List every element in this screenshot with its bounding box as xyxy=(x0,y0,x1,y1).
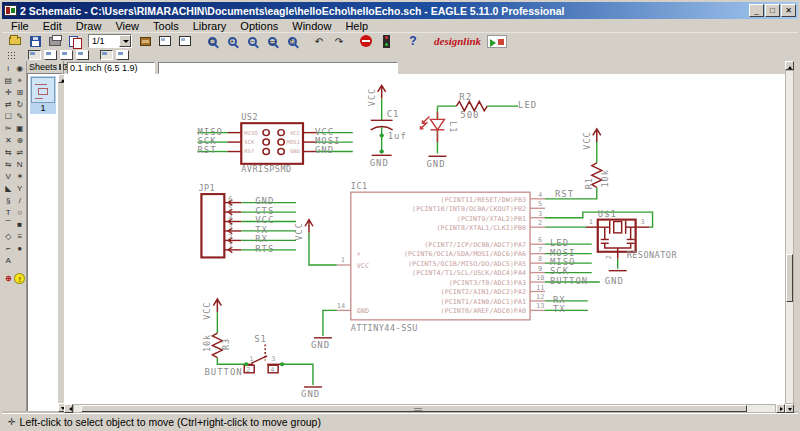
menu-view[interactable]: View xyxy=(108,19,146,33)
horizontal-scrollbar[interactable] xyxy=(64,404,785,413)
gnd-symbol-s1[interactable]: GND xyxy=(282,364,322,399)
print-button[interactable] xyxy=(46,34,64,49)
tool-show-button[interactable]: ◉ xyxy=(15,63,26,74)
library-button[interactable] xyxy=(136,34,154,49)
schematic-canvas[interactable]: US2 AVRISPSMD MISO SCK RST VCC MOSI GND xyxy=(64,74,785,404)
gnd-symbol-ic1[interactable]: GND xyxy=(311,310,337,350)
component-resonator[interactable]: 1 3 2 U$1 RESONATOR xyxy=(586,209,677,260)
layer-view-button-1[interactable] xyxy=(28,50,41,60)
tool-polygon-button[interactable]: ◇ xyxy=(3,231,14,242)
tool-copy-button[interactable]: ⊞ xyxy=(15,87,26,98)
tool-gateswap-button[interactable]: ⇋ xyxy=(3,159,14,170)
tool-info-button[interactable]: i xyxy=(3,63,14,74)
tool-cut-button[interactable]: ✂ xyxy=(3,123,14,134)
tool-group-button[interactable]: ☐ xyxy=(3,111,14,122)
frame-button-2[interactable] xyxy=(176,34,194,49)
tool-erc-check-button[interactable]: ⊕ xyxy=(3,273,13,284)
erc-traffic-button[interactable] xyxy=(377,34,395,49)
help-button[interactable]: ? xyxy=(404,34,422,49)
gnd-symbol-led[interactable]: GND xyxy=(426,156,446,168)
command-input[interactable] xyxy=(158,62,398,74)
vscroll-thumb[interactable] xyxy=(786,254,793,302)
vcc-symbol-r3[interactable]: VCC xyxy=(202,299,221,320)
grid-icon[interactable] xyxy=(7,51,17,60)
menu-tools[interactable]: Tools xyxy=(146,19,186,33)
tool-display-button[interactable]: ▤ xyxy=(3,75,14,86)
tool-junction-button[interactable]: ● xyxy=(15,243,26,254)
menu-help[interactable]: Help xyxy=(338,19,375,33)
tool-delete-button[interactable]: ✕ xyxy=(3,135,14,146)
component-jp1[interactable]: JP1 6 5 4 3 2 xyxy=(198,183,241,257)
component-s1[interactable]: S1 1 3 2 4 xyxy=(244,334,284,374)
float-panel-icon[interactable] xyxy=(59,64,61,70)
vertical-scrollbar[interactable] xyxy=(785,61,794,413)
component-led[interactable]: L1 xyxy=(421,112,459,142)
tool-mark-button[interactable]: ⌖ xyxy=(15,75,26,86)
tool-bus-button[interactable]: ≡ xyxy=(15,231,26,242)
tool-add-button[interactable]: ⊕ xyxy=(15,135,26,146)
layer-view-button-3[interactable] xyxy=(60,50,73,60)
zoom-fit-button[interactable]: ⊡ xyxy=(203,34,221,49)
element14-badge[interactable] xyxy=(487,35,507,48)
tool-change-button[interactable]: ✎ xyxy=(15,111,26,122)
cam-processor-button[interactable] xyxy=(66,34,84,49)
close-button[interactable]: ✕ xyxy=(781,4,796,17)
tool-circle-button[interactable]: ○ xyxy=(15,207,26,218)
menu-draw[interactable]: Draw xyxy=(69,19,109,33)
tool-errors-button[interactable]: ! xyxy=(14,273,25,284)
tool-rotate-button[interactable]: ↻ xyxy=(15,99,26,110)
menu-file[interactable]: File xyxy=(4,19,36,33)
component-r2[interactable]: R2 500 xyxy=(456,92,487,121)
menu-options[interactable]: Options xyxy=(233,19,285,33)
frame-button-1[interactable] xyxy=(156,34,174,49)
tool-replace-button[interactable]: ⇌ xyxy=(15,147,26,158)
tool-pinswap-button[interactable]: ⇆ xyxy=(3,147,14,158)
tool-split-button[interactable]: Y xyxy=(15,183,26,194)
tool-net-button[interactable]: ⌐ xyxy=(3,243,14,254)
vcc-symbol-c1[interactable]: VCC xyxy=(367,85,386,106)
gnd-symbol-c1[interactable]: GND xyxy=(370,155,392,167)
gnd-symbol-resonator[interactable]: GND xyxy=(605,271,627,286)
layer-view-button-6[interactable] xyxy=(116,50,129,60)
vcc-symbol-r1[interactable]: VCC xyxy=(582,129,601,150)
tool-invoke-button[interactable]: § xyxy=(3,195,14,206)
tool-value-button[interactable]: V xyxy=(3,171,14,182)
scroll-left-icon[interactable] xyxy=(64,404,73,413)
sheet-thumbnail-1[interactable]: 1 xyxy=(30,76,56,114)
layer-view-button-2[interactable] xyxy=(44,50,57,60)
tool-miter-button[interactable]: ◣ xyxy=(3,183,14,194)
layer-view-button-5[interactable] xyxy=(100,50,113,60)
open-button[interactable] xyxy=(6,34,24,49)
layer-view-button-4[interactable] xyxy=(76,50,89,60)
tool-smash-button[interactable]: ✶ xyxy=(15,171,26,182)
undo-button[interactable]: ↶ xyxy=(310,34,328,49)
hscroll-thumb[interactable] xyxy=(81,405,747,412)
tool-erc-button[interactable] xyxy=(15,255,26,266)
save-button[interactable] xyxy=(26,34,44,49)
tool-paste-button[interactable]: ▣ xyxy=(15,123,26,134)
component-ic1[interactable]: IC1 ATTINY44-SSU 1 + VCC 14 GND xyxy=(337,182,545,334)
tool-wire-button[interactable]: / xyxy=(15,195,26,206)
tool-mirror-button[interactable]: ⇄ xyxy=(3,99,14,110)
vcc-symbol-ic1[interactable]: VCC xyxy=(294,220,337,265)
menu-edit[interactable]: Edit xyxy=(36,19,69,33)
tool-rect-button[interactable]: ■ xyxy=(15,219,26,230)
maximize-button[interactable]: □ xyxy=(765,4,780,17)
redo-button[interactable]: ↷ xyxy=(330,34,348,49)
zoom-select-button[interactable]: ▭ xyxy=(263,34,281,49)
tool-arc-button[interactable]: ⌒ xyxy=(3,219,14,230)
sheet-selector-dropdown[interactable]: 1/1 xyxy=(88,34,132,48)
tool-label-button[interactable]: A xyxy=(3,255,14,266)
scroll-right-icon[interactable] xyxy=(776,404,785,413)
scroll-down-icon[interactable] xyxy=(785,404,794,413)
tool-name-button[interactable]: N xyxy=(15,159,26,170)
designlink-logo[interactable]: designlink xyxy=(434,35,481,47)
menu-window[interactable]: Window xyxy=(285,19,338,33)
zoom-out-button[interactable]: − xyxy=(243,34,261,49)
tool-move-button[interactable]: ✛ xyxy=(3,87,14,98)
zoom-redraw-button[interactable]: ↻ xyxy=(283,34,301,49)
minimize-button[interactable]: _ xyxy=(749,4,764,17)
tool-text-button[interactable]: T xyxy=(3,207,14,218)
scroll-up-icon[interactable] xyxy=(785,61,794,70)
stop-button[interactable] xyxy=(357,34,375,49)
